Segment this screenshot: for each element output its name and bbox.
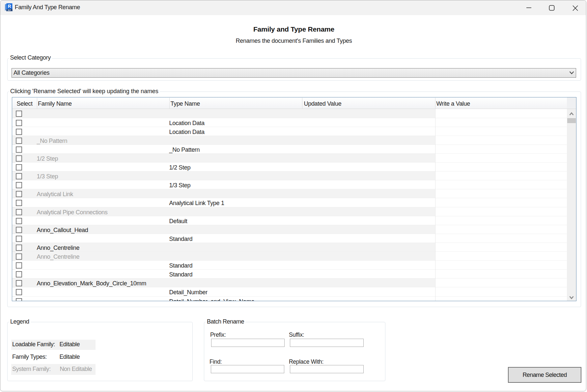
svg-text:R: R	[8, 4, 11, 9]
svg-text:RVT: RVT	[8, 9, 11, 11]
